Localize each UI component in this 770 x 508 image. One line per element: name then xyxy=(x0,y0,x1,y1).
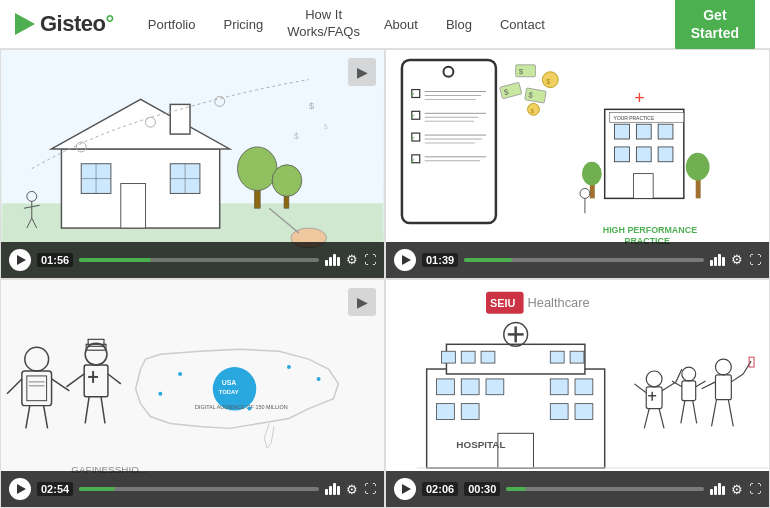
progress-bar-2[interactable] xyxy=(464,258,704,262)
svg-text:$: $ xyxy=(324,122,329,131)
nav-about[interactable]: About xyxy=(370,0,432,49)
video-controls-3: 02:54 ⚙ ⛶ xyxy=(1,471,384,507)
svg-text:✓: ✓ xyxy=(410,135,416,142)
svg-point-57 xyxy=(542,72,558,88)
video-cell-2: ✓ ✓ ✓ ✓ $ xyxy=(385,49,770,279)
svg-text:+: + xyxy=(634,88,644,108)
main-nav: Portfolio Pricing How ItWorks/FAQs About… xyxy=(134,0,559,49)
svg-rect-68 xyxy=(658,147,673,162)
video-controls-1: 01:56 ⚙ ⛶ xyxy=(1,242,384,278)
video-controls-2: 01:39 ⚙ ⛶ xyxy=(386,242,769,278)
svg-rect-11 xyxy=(121,184,146,229)
timestamp-2: 01:39 xyxy=(422,253,458,267)
logo-wordmark: Gisteo° xyxy=(40,11,114,37)
svg-text:$: $ xyxy=(309,100,315,111)
settings-icon-2[interactable]: ⚙ xyxy=(731,252,743,267)
play-button-1[interactable] xyxy=(9,249,31,271)
logo-play-icon xyxy=(15,13,35,35)
settings-icon-4[interactable]: ⚙ xyxy=(731,482,743,497)
settings-icon-1[interactable]: ⚙ xyxy=(346,252,358,267)
svg-rect-120 xyxy=(461,351,475,363)
svg-rect-121 xyxy=(481,351,495,363)
logo-text: Gisteo xyxy=(40,11,105,36)
svg-text:YOUR PRACTICE: YOUR PRACTICE xyxy=(614,116,655,121)
svg-point-106 xyxy=(287,365,291,369)
nav-portfolio[interactable]: Portfolio xyxy=(134,0,210,49)
svg-text:TODAY: TODAY xyxy=(219,388,239,394)
volume-icon-4[interactable] xyxy=(710,483,725,495)
svg-point-109 xyxy=(317,376,321,380)
fullscreen-icon-4[interactable]: ⛶ xyxy=(749,482,761,496)
video-cell-1: $ $ $ ▶ 01:56 xyxy=(0,49,385,279)
video-grid: $ $ $ ▶ 01:56 xyxy=(0,49,770,508)
fullscreen-icon-1[interactable]: ⛶ xyxy=(364,253,376,267)
svg-rect-127 xyxy=(550,378,568,394)
svg-point-13 xyxy=(238,147,278,191)
timestamp-4: 02:06 xyxy=(422,482,458,496)
svg-rect-122 xyxy=(550,351,564,363)
svg-rect-66 xyxy=(615,147,630,162)
send-icon: ▶ xyxy=(357,64,368,80)
volume-icon-2[interactable] xyxy=(710,254,725,266)
play-icon-4 xyxy=(402,484,411,494)
play-button-4[interactable] xyxy=(394,478,416,500)
svg-point-105 xyxy=(178,371,182,375)
play-icon-1 xyxy=(17,255,26,265)
svg-text:✓: ✓ xyxy=(410,157,416,164)
cta-line2: Started xyxy=(691,25,739,41)
svg-text:USA: USA xyxy=(222,378,237,385)
svg-point-107 xyxy=(247,406,251,410)
nav-pricing[interactable]: Pricing xyxy=(209,0,277,49)
svg-rect-126 xyxy=(486,378,504,394)
svg-text:HIGH PERFORMANCE: HIGH PERFORMANCE xyxy=(603,225,697,235)
svg-rect-131 xyxy=(550,403,568,419)
share-button-3[interactable]: ▶ xyxy=(348,288,376,316)
logo[interactable]: Gisteo° xyxy=(15,11,114,37)
share-button-1[interactable]: ▶ xyxy=(348,58,376,86)
send-icon-3: ▶ xyxy=(357,294,368,310)
svg-text:SEIU: SEIU xyxy=(490,296,516,308)
volume-icon-1[interactable] xyxy=(325,254,340,266)
svg-rect-130 xyxy=(461,403,479,419)
svg-point-75 xyxy=(686,153,710,181)
nav-how-it-works[interactable]: How ItWorks/FAQs xyxy=(277,5,370,43)
fullscreen-icon-2[interactable]: ⛶ xyxy=(749,253,761,267)
video-cell-3: USA TODAY DIGITAL AUDIENCE OF 150 MILLIO… xyxy=(0,279,385,509)
timestamp-1: 01:56 xyxy=(37,253,73,267)
svg-text:$: $ xyxy=(546,78,550,85)
fullscreen-icon-3[interactable]: ⛶ xyxy=(364,482,376,496)
get-started-button[interactable]: Get Started xyxy=(675,0,755,50)
svg-rect-128 xyxy=(575,378,593,394)
nav-contact[interactable]: Contact xyxy=(486,0,559,49)
nav-blog[interactable]: Blog xyxy=(432,0,486,49)
play-button-2[interactable] xyxy=(394,249,416,271)
svg-text:✓: ✓ xyxy=(410,113,416,120)
header: Gisteo° Portfolio Pricing How ItWorks/FA… xyxy=(0,0,770,49)
play-icon-2 xyxy=(402,255,411,265)
svg-point-108 xyxy=(158,391,162,395)
progress-bar-1[interactable] xyxy=(79,258,319,262)
logo-dot: ° xyxy=(105,11,113,36)
svg-rect-64 xyxy=(636,124,651,139)
cta-line1: Get xyxy=(703,7,726,23)
svg-rect-69 xyxy=(633,174,653,199)
svg-rect-67 xyxy=(636,147,651,162)
progress-fill-4 xyxy=(506,487,526,491)
svg-rect-125 xyxy=(461,378,479,394)
video-controls-4: 02:06 00:30 ⚙ ⛶ xyxy=(386,471,769,507)
progress-fill-2 xyxy=(464,258,512,262)
svg-text:✓: ✓ xyxy=(410,91,416,98)
extra-timestamp-4: 00:30 xyxy=(464,482,500,496)
progress-bar-3[interactable] xyxy=(79,487,319,491)
svg-point-15 xyxy=(272,165,302,197)
progress-fill-1 xyxy=(79,258,151,262)
svg-text:$: $ xyxy=(519,67,524,76)
settings-icon-3[interactable]: ⚙ xyxy=(346,482,358,497)
svg-rect-119 xyxy=(441,351,455,363)
svg-rect-124 xyxy=(437,378,455,394)
progress-bar-4[interactable] xyxy=(506,487,704,491)
svg-rect-123 xyxy=(570,351,584,363)
svg-rect-63 xyxy=(615,124,630,139)
volume-icon-3[interactable] xyxy=(325,483,340,495)
play-button-3[interactable] xyxy=(9,478,31,500)
